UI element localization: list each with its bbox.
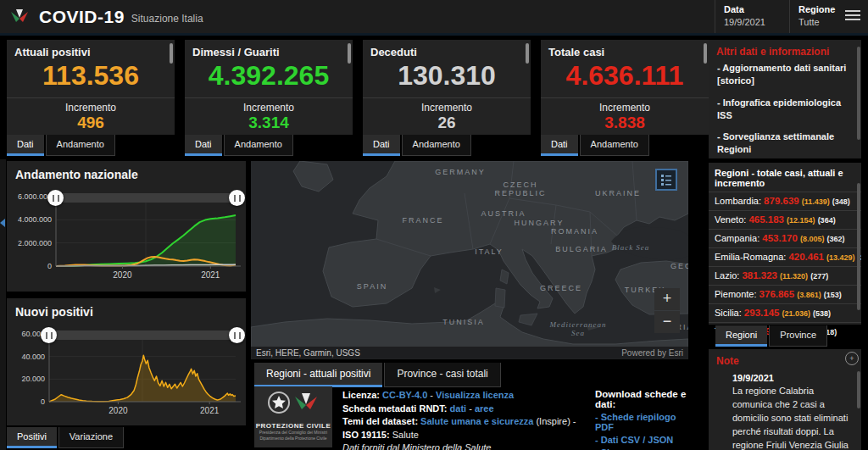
attribution-text: Esri, HERE, Garmin, USGS [256,348,360,358]
salute-umana-link[interactable]: Salute umana e sicurezza [420,416,533,426]
header-bar: COVID-19 Situazione Italia Data 19/9/202… [0,0,868,36]
region-row[interactable]: Lazio: 381.323 (11.320) (277) [709,266,861,285]
region-row[interactable]: Sicilia: 293.145 (21.036) (538) [709,303,861,322]
time-slider-track[interactable] [54,193,237,203]
tab-regioni[interactable]: Regioni [715,325,767,347]
tab-andamento[interactable]: Andamento [46,135,115,156]
region-active: (13.429) [826,253,855,262]
tab-regioni-attuali[interactable]: Regioni - attuali positivi [254,363,382,387]
map-canvas [251,161,688,359]
region-row[interactable]: Piemonte: 376.865 (3.861) (153) [709,285,861,303]
app-title: COVID-19 [39,7,125,27]
rndt-dati-link[interactable]: dati [450,403,467,414]
card-scrollbar[interactable] [704,43,707,64]
region-active: (11.439) [802,197,830,206]
separator: - [469,403,472,414]
card-title: Attuali positivi [7,40,175,60]
region-row[interactable]: Campania: 453.170 (8.005) (362) [709,229,861,247]
temi-label: Temi del dataset: [342,416,418,426]
footer-emblems [264,390,323,417]
region-increment: (277) [810,272,828,281]
region-increment: (362) [827,235,845,243]
increment-label: Incremento [7,98,175,114]
time-slider-handle-right[interactable] [229,190,245,206]
tab-andamento[interactable]: Andamento [580,135,649,156]
region-row[interactable]: Veneto: 465.183 (12.154) (364) [709,210,861,229]
svg-text:2.000.000: 2.000.000 [18,239,52,247]
tab-positivi[interactable]: Positivi [7,427,57,448]
cc-by-link[interactable]: CC-BY-4.0 [382,390,427,400]
scrollbar-thumb[interactable] [857,47,860,140]
info-link[interactable]: - Aggiornamento dati sanitari [storico] [709,62,861,87]
scrollbar-thumb[interactable] [857,183,860,310]
rndt-aree-link[interactable]: aree [475,403,494,414]
visualizza-licenza-link[interactable]: Visualizza licenza [436,390,514,400]
regions-list-panel: Regioni - totale casi, attuali e increme… [709,163,861,325]
national-trend-panel: Andamento nazionale 02.000.0004.000.0006… [7,161,246,292]
increment-value: 3.838 [541,114,709,132]
region-row[interactable]: Emilia-Romagna: 420.461 (13.429) (343) [709,247,861,266]
tab-province[interactable]: Province [769,325,827,347]
note-title: Note [709,349,861,371]
card-scrollbar[interactable] [170,43,173,64]
time-slider2-handle-left[interactable] [41,327,57,343]
new-positives-title: Nuovi positivi [7,298,246,319]
date-filter-value: 19/9/2021 [724,17,781,27]
tab-dati[interactable]: Dati [185,135,222,156]
increment-value: 496 [7,114,175,132]
time-slider2-handle-right[interactable] [229,327,245,343]
covid-dashboard: COVID-19 Situazione Italia Data 19/9/202… [0,0,868,450]
legend-button[interactable] [655,169,677,191]
tab-dati[interactable]: Dati [363,135,400,156]
card-value: 130.310 [363,60,531,92]
regions-list: Lombardia: 879.639 (11.439) (348)Veneto:… [709,192,861,341]
region-active: (11.320) [780,272,808,281]
panel-collapse-arrow-icon[interactable] [0,219,5,227]
info-link[interactable]: - Infografica epidemiologica ISS [709,97,861,122]
tab-province-totali[interactable]: Province - casi totali [384,363,500,387]
download-link[interactable]: - Schede riepilogo PDF [595,412,693,432]
tab-andamento[interactable]: Andamento [224,135,293,156]
tab-andamento[interactable]: Andamento [402,135,471,156]
expand-icon[interactable]: + [845,352,859,365]
info-link[interactable]: - Sorveglianza settimanale Regioni [709,131,861,156]
zoom-in-button[interactable]: + [654,288,680,310]
svg-text:2020: 2020 [108,406,128,415]
europe-map[interactable]: GERMANYCZECH REPUBLICUKRAINEFRANCEAUSTRI… [251,161,688,359]
increment-label: Incremento [541,98,709,114]
licenza-label: Licenza: [342,390,380,400]
menu-icon[interactable] [845,10,860,23]
scrollbar-thumb[interactable] [857,371,860,408]
tab-dati[interactable]: Dati [7,135,44,156]
new-positives-tabs: Positivi Variazione [7,427,124,448]
download-link[interactable]: - Dati CSV / JSON [595,435,693,445]
card-title: Deceduti [363,40,531,60]
card-scrollbar[interactable] [348,43,351,64]
increment-value: 3.314 [185,114,353,132]
region-total: 879.639 [764,196,799,206]
tab-dati[interactable]: Dati [541,135,578,156]
time-slider-handle-left[interactable] [47,190,64,206]
new-positives-panel: Nuovi positivi 020.00040.00060.000202020… [7,298,246,425]
download-title: Download schede e dati: [595,389,693,409]
svg-text:0: 0 [47,262,52,270]
svg-text:4.000.000: 4.000.000 [18,215,52,224]
card-scrollbar[interactable] [526,43,529,64]
time-slider-track-2[interactable] [47,331,237,340]
national-trend-title: Andamento nazionale [7,161,246,181]
region-row[interactable]: Lombardia: 879.639 (11.439) (348) [709,192,861,210]
zoom-out-button[interactable]: − [654,311,680,333]
svg-text:40.000: 40.000 [21,353,45,361]
region-active: (3.861) [797,291,821,299]
region-filter-label: Regione [798,4,835,14]
region-filter[interactable]: Regione Tutte [789,0,843,33]
download-block: Download schede e dati: - Schede riepilo… [595,389,693,450]
tab-variazione[interactable]: Variazione [58,427,124,448]
rndt-label: Scheda metadati RNDT: [342,403,447,414]
region-increment: (153) [824,291,842,299]
region-active: (12.154) [787,216,815,225]
map-layer-tabs: Regioni - attuali positivi Province - ca… [254,363,501,387]
region-name: Campania: [715,233,760,243]
date-filter[interactable]: Data 19/9/2021 [715,0,789,33]
region-increment: (364) [818,216,836,225]
